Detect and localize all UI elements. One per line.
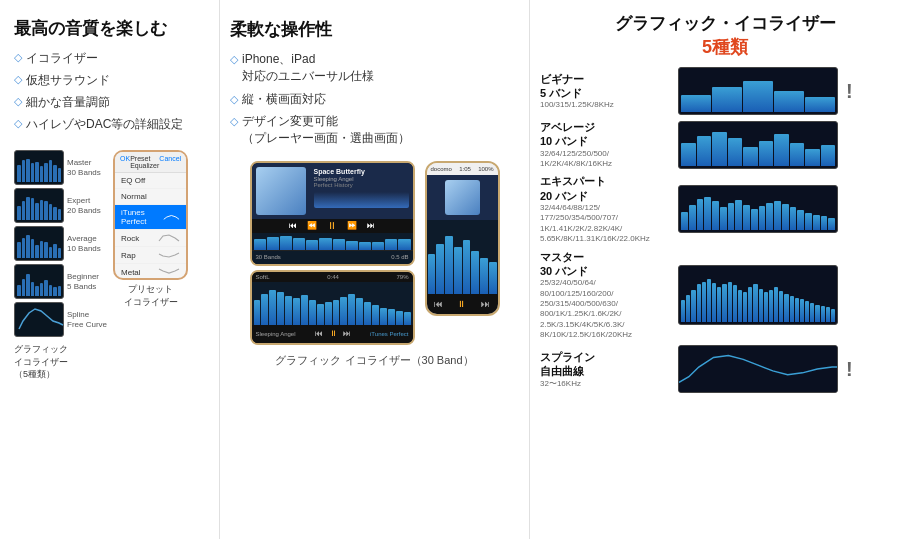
feature-item-2: ◇ 仮想サラウンド: [14, 72, 205, 89]
feature-item-4: ◇ ハイレゾやDAC等の詳細設定: [14, 116, 205, 133]
left-section: 最高の音質を楽しむ ◇ イコライザー ◇ 仮想サラウンド ◇ 細かな音量調節 ◇…: [0, 0, 220, 539]
iphone-portrait-eq: [427, 220, 498, 294]
diamond-icon-1: ◇: [14, 51, 22, 64]
rewind-icon: ⏪: [307, 221, 317, 230]
iphone-battery: 79%: [396, 274, 408, 280]
preset-label: プリセットイコライザー: [124, 283, 178, 308]
iphone-portrait-next: ⏭: [481, 299, 490, 309]
right-header: グラフィック・イコライザー 5種類: [540, 12, 910, 59]
iphone-eq-bars: [252, 282, 413, 325]
eq-spline-row: スプライン自由曲線 32〜16KHz !: [540, 345, 910, 393]
mid-diamond-1: ◇: [230, 52, 238, 67]
preset-metal: Metal: [115, 264, 186, 280]
iphone-portrait-prev: ⏮: [434, 299, 443, 309]
middle-caption: グラフィック イコライザー（30 Band）: [230, 353, 519, 368]
ipad-song-title: Space Butterfly: [314, 167, 409, 176]
mid-diamond-3: ◇: [230, 114, 238, 129]
eq-screens-column: Master30 Bands Expert20 Bands: [14, 150, 107, 381]
ipad-album-area: Space Butterfly Sleeping Angel Perfect H…: [252, 163, 413, 219]
preset-rap: Rap: [115, 247, 186, 264]
preset-cancel: Cancel: [159, 155, 181, 169]
expert-screen-label: Expert20 Bands: [67, 196, 101, 215]
iphone-time: 0:44: [327, 274, 339, 280]
eq-average-info: アベレージ10 バンド 32/64/125/250/500/1K/2K/4K/8…: [540, 120, 670, 169]
iphone-carrier: SoftL: [256, 274, 270, 280]
preset-rock: Rock: [115, 230, 186, 247]
ipad-controls: ⏮ ⏪ ⏸ ⏩ ⏭: [252, 219, 413, 233]
preset-eqoff: EQ Off: [115, 173, 186, 189]
middle-feature-1: ◇ iPhone、iPad対応のユニバーサル仕様: [230, 51, 519, 85]
eq-type-list: ビギナー5 バンド 100/315/1.25K/8KHz ! アベレージ10 バ…: [540, 67, 910, 393]
iphone-album-top: [427, 175, 498, 220]
right-heading: グラフィック・イコライザー: [615, 12, 836, 35]
ipad-waveform: [314, 192, 409, 208]
mid-diamond-2: ◇: [230, 92, 238, 107]
forward-icon: ⏩: [347, 221, 357, 230]
eq-beginner-info: ビギナー5 バンド 100/315/1.25K/8KHz: [540, 72, 670, 111]
master-screen-label: Master30 Bands: [67, 158, 101, 177]
iphone-portrait-frame: docomo 1:05 100%: [425, 161, 500, 316]
middle-feature-list: ◇ iPhone、iPad対応のユニバーサル仕様 ◇ 縦・横画面対応 ◇ デザイ…: [230, 51, 519, 147]
beginner-screen-label: Beginner5 Bands: [67, 272, 99, 291]
average-screen-label: Average10 Bands: [67, 234, 101, 253]
ipad-eq-bars: [252, 233, 413, 250]
left-feature-list: ◇ イコライザー ◇ 仮想サラウンド ◇ 細かな音量調節 ◇ ハイレゾやDAC等…: [14, 50, 205, 138]
middle-feature-3: ◇ デザイン変更可能（プレーヤー画面・選曲画面）: [230, 113, 519, 147]
ipad-album: Perfect History: [314, 182, 409, 188]
ipad-song-info: Space Butterfly Sleeping Angel Perfect H…: [310, 163, 413, 219]
right-section: グラフィック・イコライザー 5種類 ビギナー5 バンド 100/315/1.25…: [530, 0, 920, 539]
iphone-portrait-container: docomo 1:05 100%: [425, 161, 500, 316]
eq-average-screen: [678, 121, 838, 169]
eq-average-row: アベレージ10 バンド 32/64/125/250/500/1K/2K/4K/8…: [540, 120, 910, 169]
expert-eq-screen: [14, 188, 64, 223]
diamond-icon-2: ◇: [14, 73, 22, 86]
middle-heading: 柔軟な操作性: [230, 18, 519, 41]
eq-bottom-label: グラフィックイコライザー（5種類）: [14, 343, 107, 381]
iphone-next-btn: ⏭: [343, 329, 351, 338]
prev-icon: ⏮: [289, 221, 297, 230]
preset-itunes: iTunes Perfect: [115, 205, 186, 230]
svg-rect-0: [679, 346, 837, 392]
eq-master-screen: [678, 265, 838, 325]
iphone-portrait-status: docomo 1:05 100%: [427, 163, 498, 175]
eq-beginner-row: ビギナー5 バンド 100/315/1.25K/8KHz !: [540, 67, 910, 115]
eq-master-row: マスター30 バンド 25/32/40/50/64/80/100/125/160…: [540, 250, 910, 341]
iphone-landscape-frame: SoftL 0:44 79%: [250, 270, 415, 345]
eq-expert-screen: [678, 185, 838, 233]
feature-item-3: ◇ 細かな音量調節: [14, 94, 205, 111]
iphone-preset-name: iTunes Perfect: [370, 331, 408, 337]
iphone-song-info: Sleeping Angel: [256, 331, 296, 337]
eq-master-info: マスター30 バンド 25/32/40/50/64/80/100/125/160…: [540, 250, 670, 341]
pause-icon: ⏸: [327, 220, 337, 231]
preset-phone: OK Preset Equalizer Cancel EQ Off Normal…: [113, 150, 188, 280]
middle-phones: Space Butterfly Sleeping Angel Perfect H…: [230, 161, 519, 345]
diamond-icon-4: ◇: [14, 117, 22, 130]
diamond-icon-3: ◇: [14, 95, 22, 108]
iphone-portrait-controls: ⏮ ⏸ ⏭: [427, 294, 498, 314]
spline-screen-label: SplineFree Curve: [67, 310, 107, 329]
feature-item-1: ◇ イコライザー: [14, 50, 205, 67]
iphone-portrait-time: 1:05: [459, 166, 471, 172]
iphone-album-art: [445, 180, 480, 215]
ipad-db-label: 0.5 dB: [391, 254, 408, 260]
iphone-play-btn: ⏮: [315, 329, 323, 338]
preset-normal: Normal: [115, 189, 186, 205]
iphone-pause-btn: ⏸: [329, 329, 337, 338]
iphone-landscape-controls: Sleeping Angel ⏮ ⏸ ⏭ iTunes Perfect: [252, 325, 413, 343]
beginner-exclamation: !: [846, 80, 853, 103]
middle-section: 柔軟な操作性 ◇ iPhone、iPad対応のユニバーサル仕様 ◇ 縦・横画面対…: [220, 0, 530, 539]
left-heading: 最高の音質を楽しむ: [14, 18, 205, 40]
ipad-album-art: [256, 167, 306, 215]
eq-beginner-screen: [678, 67, 838, 115]
preset-list: EQ Off Normal iTunes Perfect Rock Rap Me…: [115, 173, 186, 280]
eq-spline-screen: [678, 345, 838, 393]
eq-spline-info: スプライン自由曲線 32〜16KHz: [540, 350, 670, 389]
average-eq-screen: [14, 226, 64, 261]
ipad-top-frame: Space Butterfly Sleeping Angel Perfect H…: [250, 161, 415, 266]
iphone-status-bar: SoftL 0:44 79%: [252, 272, 413, 282]
iphone-portrait-pause: ⏸: [457, 299, 466, 309]
preset-phone-header: OK Preset Equalizer Cancel: [115, 152, 186, 173]
master-eq-screen: [14, 150, 64, 185]
spline-exclamation: !: [846, 358, 853, 381]
spline-eq-screen: [14, 302, 64, 337]
